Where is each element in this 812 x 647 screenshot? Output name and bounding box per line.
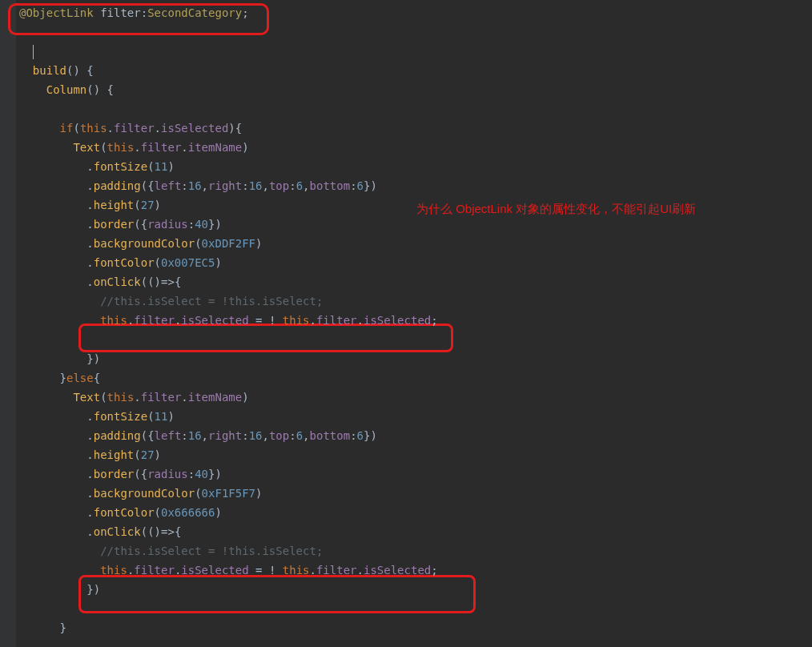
code-line[interactable] — [19, 42, 812, 61]
code-line[interactable] — [19, 599, 812, 618]
code-line[interactable]: }) — [19, 580, 812, 599]
code-line[interactable]: .padding({left:16,right:16,top:6,bottom:… — [19, 176, 812, 195]
code-line[interactable]: .onClick(()=>{ — [19, 522, 812, 541]
code-line[interactable]: .border({radius:40}) — [19, 464, 812, 484]
code-line[interactable]: build() { — [19, 61, 812, 80]
gutter — [0, 0, 16, 647]
code-line[interactable]: if(this.filter.isSelected){ — [19, 119, 812, 138]
code-line[interactable]: .backgroundColor(0xDDF2FF) — [19, 234, 812, 253]
code-line[interactable]: .height(27) — [19, 195, 812, 215]
code-line[interactable]: @ObjectLink filter:SecondCategory; — [19, 3, 812, 22]
code-line[interactable]: Column() { — [19, 80, 812, 99]
code-line[interactable]: //this.isSelect = !this.isSelect; — [19, 541, 812, 561]
code-line[interactable]: this.filter.isSelected = ! this.filter.i… — [19, 311, 812, 330]
code-line[interactable]: .backgroundColor(0xF1F5F7) — [19, 484, 812, 503]
code-line[interactable]: .border({radius:40}) — [19, 215, 812, 234]
code-line[interactable]: Text(this.filter.itemName) — [19, 138, 812, 157]
code-line[interactable] — [19, 99, 812, 119]
code-line[interactable]: .fontSize(11) — [19, 157, 812, 176]
code-line[interactable] — [19, 22, 812, 42]
code-line[interactable]: .fontColor(0x007EC5) — [19, 253, 812, 272]
code-line[interactable]: Text(this.filter.itemName) — [19, 388, 812, 407]
code-line[interactable]: .onClick(()=>{ — [19, 272, 812, 291]
code-line[interactable]: }else{ — [19, 368, 812, 388]
code-line[interactable]: this.filter.isSelected = ! this.filter.i… — [19, 561, 812, 580]
code-line[interactable]: }) — [19, 349, 812, 368]
code-line[interactable] — [19, 330, 812, 349]
code-editor[interactable]: 为什么 ObjectLink 对象的属性变化，不能引起UI刷新 @ObjectL… — [0, 0, 812, 647]
code-line[interactable]: } — [19, 618, 812, 637]
code-line[interactable]: .fontSize(11) — [19, 407, 812, 426]
code-content[interactable]: @ObjectLink filter:SecondCategory; build… — [16, 0, 812, 637]
code-line[interactable]: .fontColor(0x666666) — [19, 503, 812, 522]
code-line[interactable]: .padding({left:16,right:16,top:6,bottom:… — [19, 426, 812, 445]
code-line[interactable]: //this.isSelect = !this.isSelect; — [19, 291, 812, 311]
text-cursor — [33, 45, 34, 59]
code-line[interactable]: .height(27) — [19, 445, 812, 464]
